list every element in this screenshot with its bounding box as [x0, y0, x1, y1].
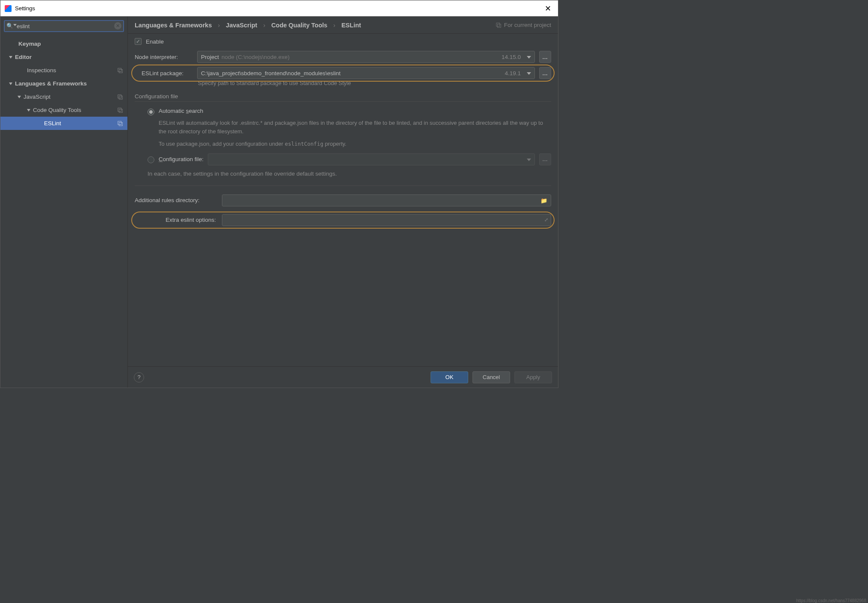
tree-label: Code Quality Tools [33, 107, 81, 113]
divider [135, 185, 551, 186]
extra-options-label: Extra eslint options: [135, 217, 216, 223]
eslint-package-combo[interactable]: C:\java_project\sbdemo_frontend\node_mod… [197, 67, 535, 79]
eslint-version-text: 4.19.1 [505, 70, 521, 76]
chevron-down-icon [27, 109, 30, 112]
config-file-radio-row: Configuration file: … [135, 153, 551, 165]
project-scope-icon [117, 68, 123, 74]
auto-search-radio-row: Automatic search [135, 108, 551, 115]
config-file-browse-button: … [539, 153, 551, 165]
project-scope-icon [117, 94, 123, 100]
rules-dir-input[interactable]: 📁 [222, 194, 551, 206]
crumb[interactable]: ESLint [341, 22, 361, 29]
enable-label: Enable [146, 38, 164, 45]
chevron-right-icon: › [334, 22, 336, 29]
search-dropdown-icon[interactable] [13, 24, 17, 26]
body: 🔍 ✕ Keymap Editor Inspections Languages … [0, 17, 558, 388]
tree-label: Inspections [27, 67, 56, 74]
expand-icon[interactable]: ⤢ [544, 217, 548, 223]
sidebar: 🔍 ✕ Keymap Editor Inspections Languages … [0, 17, 128, 388]
config-file-radio[interactable] [148, 156, 154, 163]
project-scope-icon [117, 121, 123, 126]
clear-search-icon[interactable]: ✕ [114, 22, 121, 29]
config-file-combo [208, 153, 535, 165]
crumb[interactable]: Languages & Frameworks [135, 22, 212, 29]
svg-rect-4 [118, 108, 121, 111]
tree-label: JavaScript [24, 94, 50, 100]
search-icon: 🔍 [6, 23, 13, 29]
eslint-hint: Specify path to Standard package to use … [198, 80, 551, 86]
svg-rect-5 [119, 109, 122, 112]
chevron-down-icon [527, 159, 531, 161]
titlebar: Settings ✕ [0, 0, 558, 17]
main-panel: Languages & Frameworks › JavaScript › Co… [128, 17, 558, 388]
footer: ? OK Cancel Apply [128, 366, 558, 388]
svg-rect-9 [497, 24, 501, 27]
tree-label: Editor [15, 54, 32, 60]
chevron-down-icon [527, 56, 531, 59]
breadcrumb-bar: Languages & Frameworks › JavaScript › Co… [128, 17, 558, 34]
auto-search-radio[interactable] [148, 109, 154, 115]
close-icon[interactable]: ✕ [542, 4, 554, 13]
auto-search-desc1: ESLint will automatically look for .esli… [135, 119, 551, 135]
chevron-down-icon [18, 96, 21, 98]
svg-rect-1 [119, 69, 122, 73]
node-interpreter-combo[interactable]: Project node (C:\nodejs\node.exe) 14.15.… [197, 51, 535, 63]
help-button[interactable]: ? [134, 372, 144, 382]
node-version-text: 14.15.0 [502, 54, 521, 60]
node-path-text: node (C:\nodejs\node.exe) [221, 54, 289, 60]
svg-rect-3 [119, 96, 122, 99]
tree-cqt[interactable]: Code Quality Tools [0, 103, 127, 117]
svg-rect-0 [118, 68, 121, 71]
config-file-label: Configuration file: [159, 156, 204, 162]
settings-tree: Keymap Editor Inspections Languages & Fr… [0, 36, 127, 388]
tree-keymap[interactable]: Keymap [0, 37, 127, 50]
svg-rect-6 [118, 121, 121, 124]
svg-rect-7 [119, 122, 122, 126]
chevron-right-icon: › [218, 22, 220, 29]
chevron-down-icon [527, 72, 531, 75]
intellij-icon [5, 5, 12, 12]
tree-langfw[interactable]: Languages & Frameworks [0, 77, 127, 90]
crumb[interactable]: Code Quality Tools [272, 22, 328, 29]
window-title: Settings [15, 5, 542, 12]
crumb[interactable]: JavaScript [226, 22, 257, 29]
search-wrap: 🔍 ✕ [4, 20, 124, 32]
extra-options-input[interactable]: ⤢ [222, 214, 551, 226]
eslint-path-text: C:\java_project\sbdemo_frontend\node_mod… [201, 70, 340, 76]
config-file-section: Configuration file [135, 93, 551, 102]
tree-inspections[interactable]: Inspections [0, 64, 127, 77]
breadcrumb: Languages & Frameworks › JavaScript › Co… [135, 22, 361, 29]
eslint-package-row: ESLint package: C:\java_project\sbdemo_f… [135, 67, 551, 79]
search-input[interactable] [4, 20, 124, 32]
ok-button[interactable]: OK [431, 371, 468, 383]
auto-search-desc2: To use package.json, add your configurat… [135, 140, 551, 148]
config-note: In each case, the settings in the config… [135, 171, 551, 177]
node-interpreter-label: Node interpreter: [135, 54, 193, 60]
content: Enable Node interpreter: Project node (C… [128, 34, 558, 366]
project-scope-icon [496, 22, 502, 28]
svg-rect-8 [496, 23, 499, 26]
tree-editor[interactable]: Editor [0, 50, 127, 64]
extra-options-row: Extra eslint options: ⤢ [135, 214, 551, 226]
settings-window: Settings ✕ 🔍 ✕ Keymap Editor Inspections… [0, 0, 558, 388]
chevron-right-icon: › [263, 22, 266, 29]
svg-rect-2 [118, 94, 121, 98]
rules-dir-label: Additional rules directory: [135, 197, 216, 203]
cancel-button[interactable]: Cancel [472, 371, 510, 383]
eslint-browse-button[interactable]: … [539, 67, 551, 79]
enable-checkbox[interactable] [135, 38, 142, 45]
apply-button: Apply [514, 371, 552, 383]
chevron-down-icon [9, 56, 12, 59]
project-scope-label: For current project [504, 22, 551, 28]
tree-javascript[interactable]: JavaScript [0, 90, 127, 103]
folder-icon[interactable]: 📁 [540, 197, 547, 204]
node-browse-button[interactable]: … [539, 51, 551, 63]
tree-label: Keymap [18, 41, 41, 47]
tree-eslint[interactable]: ESLint [0, 117, 127, 130]
chevron-down-icon [9, 82, 12, 85]
tree-label: ESLint [44, 120, 61, 126]
tree-label: Languages & Frameworks [15, 80, 87, 87]
node-project-text: Project [201, 54, 219, 60]
rules-dir-row: Additional rules directory: 📁 [135, 194, 551, 206]
auto-search-label: Automatic search [159, 108, 203, 114]
